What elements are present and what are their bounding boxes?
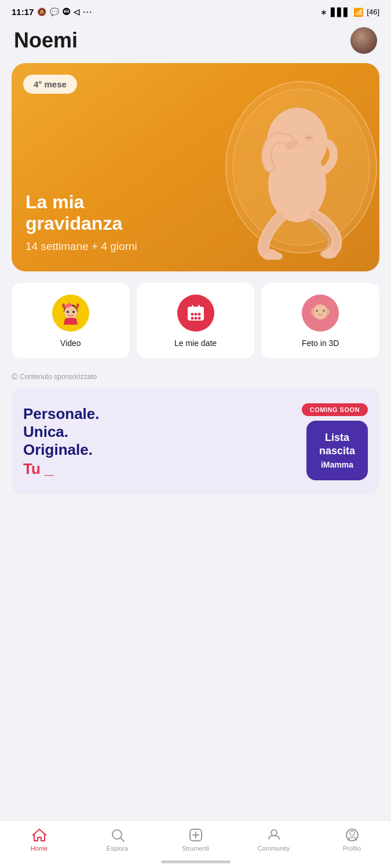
sponsored-label: © Contenuto sponsorizzato: [0, 370, 391, 387]
pregnancy-card-text: La mia gravidanza 14 settimane + 4 giorn…: [25, 192, 137, 253]
quick-card-dates[interactable]: Le mie date: [137, 283, 255, 358]
wifi-icon: 📶: [353, 8, 363, 17]
svg-point-6: [287, 146, 304, 157]
month-badge: 4° mese: [23, 75, 77, 94]
nav-home-label: Home: [31, 845, 47, 852]
page-title: Noemi: [14, 28, 78, 53]
svg-point-20: [191, 317, 193, 320]
sponsored-circle-icon: ©: [12, 372, 17, 381]
svg-rect-24: [198, 305, 200, 309]
community-icon: [266, 827, 282, 843]
esplora-icon: [110, 827, 125, 843]
sponsored-title-2: Unica.: [23, 423, 302, 441]
svg-point-8: [321, 249, 337, 259]
svg-rect-16: [188, 307, 204, 312]
video-label: Video: [60, 339, 81, 348]
coming-soon-badge: COMING SOON: [302, 403, 368, 416]
nav-home[interactable]: Home: [16, 827, 63, 852]
battery-icon: [46]: [367, 8, 379, 16]
3d-icon: [309, 301, 332, 325]
sponsored-badge-wrapper: COMING SOON Lista nascita iMamma: [302, 403, 368, 480]
avatar-image: [350, 27, 377, 54]
quick-card-3d[interactable]: Feto in 3D: [261, 283, 379, 358]
status-indicators: ∗ ▋▋▋ 📶 [46]: [320, 8, 379, 17]
home-icon: [32, 827, 47, 843]
pregnancy-card-title: La mia gravidanza: [25, 192, 137, 234]
lista-badge: Lista nascita iMamma: [306, 421, 368, 480]
svg-point-17: [191, 313, 193, 316]
home-indicator: [161, 860, 231, 863]
send-icon: ◁: [74, 8, 79, 16]
quick-card-video[interactable]: Video: [12, 283, 130, 358]
sponsored-title-1: Personale.: [23, 405, 302, 423]
svg-point-21: [194, 317, 197, 320]
svg-point-10: [64, 306, 77, 319]
3d-label: Feto in 3D: [302, 339, 339, 348]
sponsored-card[interactable]: Personale. Unica. Originale. Tu _ COMING…: [12, 387, 379, 494]
nav-community[interactable]: Community: [251, 827, 297, 852]
svg-point-29: [323, 310, 325, 312]
nav-community-label: Community: [258, 845, 290, 852]
svg-point-19: [198, 313, 200, 316]
video-icon-bg: [52, 295, 89, 332]
nav-esplora-label: Esplora: [107, 845, 128, 852]
dates-icon-bg: [177, 295, 214, 332]
sponsored-card-text: Personale. Unica. Originale. Tu _: [23, 405, 302, 479]
svg-point-12: [72, 311, 75, 313]
lista-badge-subtitle: iMamma: [319, 459, 355, 470]
svg-point-25: [313, 304, 328, 319]
more-icon: ···: [83, 8, 93, 16]
quick-access-row: Video Le mie date: [0, 283, 391, 370]
nav-esplora[interactable]: Esplora: [94, 827, 141, 852]
svg-point-11: [67, 311, 69, 313]
dates-icon: [185, 303, 206, 323]
header: Noemi: [0, 21, 391, 63]
svg-point-28: [316, 310, 318, 312]
svg-point-30: [311, 309, 315, 315]
svg-point-39: [350, 831, 355, 836]
whatsapp-icon: 💬: [50, 8, 59, 16]
dates-label: Le mie date: [174, 339, 217, 348]
fetus-illustration: [211, 75, 379, 260]
svg-line-33: [120, 838, 124, 841]
nav-profilo[interactable]: Profilo: [329, 827, 375, 852]
profilo-icon: [345, 827, 360, 843]
status-time: 11:17 🔕 💬 ⓶ ◁ ···: [12, 7, 93, 17]
svg-point-5: [304, 135, 313, 142]
svg-point-37: [271, 830, 277, 836]
pregnancy-card[interactable]: 4° mese: [12, 63, 379, 271]
svg-rect-23: [192, 305, 193, 309]
svg-point-22: [198, 317, 200, 320]
sponsored-title-4: Tu _: [23, 459, 302, 479]
lista-badge-title: Lista nascita: [319, 431, 355, 458]
nav-strumenti[interactable]: Strumenti: [173, 827, 219, 852]
sponsored-title-3: Originale.: [23, 441, 302, 459]
3d-icon-bg: [302, 295, 339, 332]
status-bar: 11:17 🔕 💬 ⓶ ◁ ··· ∗ ▋▋▋ 📶 [46]: [0, 0, 391, 21]
bluetooth-icon: ∗: [320, 8, 327, 17]
nav-profilo-label: Profilo: [343, 845, 361, 852]
svg-point-31: [326, 309, 330, 315]
svg-point-18: [194, 313, 197, 316]
avatar[interactable]: [350, 27, 377, 54]
nav-strumenti-label: Strumenti: [182, 845, 209, 852]
silent-icon: 🔕: [37, 8, 46, 16]
video-icon: [59, 301, 82, 325]
signal-icon: ▋▋▋: [331, 8, 350, 17]
notification-icon: ⓶: [63, 8, 70, 16]
strumenti-icon: [188, 827, 203, 843]
pregnancy-card-subtitle: 14 settimane + 4 giorni: [25, 240, 137, 253]
